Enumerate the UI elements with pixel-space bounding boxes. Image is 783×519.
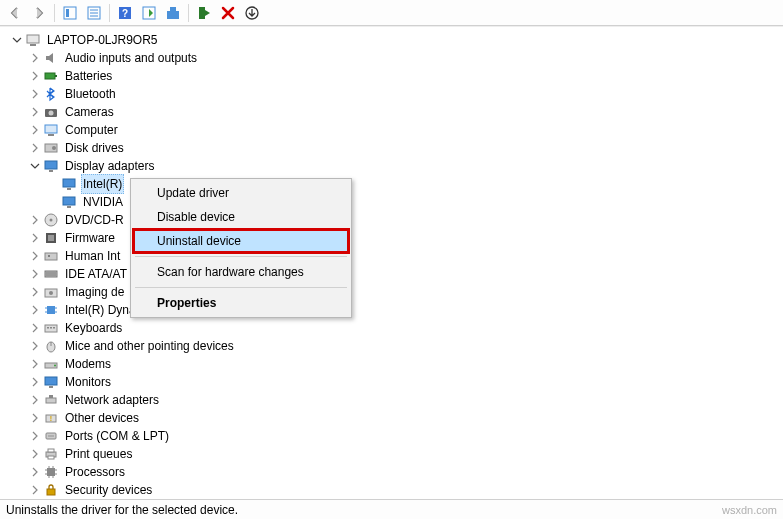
- tree-item-label: Disk drives: [63, 139, 126, 157]
- svg-point-18: [49, 111, 54, 116]
- chevron-down-icon[interactable]: [28, 159, 42, 173]
- tree-item-firmware[interactable]: Firmware: [6, 229, 783, 247]
- chevron-right-icon[interactable]: [28, 339, 42, 353]
- help-button[interactable]: ?: [114, 2, 136, 24]
- chevron-right-icon[interactable]: [28, 303, 42, 317]
- svg-rect-14: [30, 44, 36, 46]
- device-tree-pane[interactable]: LAPTOP-0LJR9OR5 Audio inputs and outputs…: [0, 26, 783, 499]
- enable-button[interactable]: [193, 2, 215, 24]
- chevron-right-icon[interactable]: [28, 483, 42, 497]
- update-button[interactable]: [241, 2, 263, 24]
- context-menu: Update driver Disable device Uninstall d…: [130, 178, 352, 318]
- chevron-right-icon[interactable]: [28, 321, 42, 335]
- chevron-right-icon[interactable]: [28, 375, 42, 389]
- chevron-right-icon[interactable]: [28, 447, 42, 461]
- svg-rect-33: [45, 253, 57, 260]
- chevron-right-icon[interactable]: [28, 123, 42, 137]
- tree-item-computer[interactable]: Computer: [6, 121, 783, 139]
- chevron-right-icon[interactable]: [28, 231, 42, 245]
- toolbar: ?: [0, 0, 783, 26]
- show-hidden-button[interactable]: [59, 2, 81, 24]
- svg-rect-65: [48, 456, 54, 459]
- tree-item-monitors[interactable]: Monitors: [6, 373, 783, 391]
- uninstall-button[interactable]: [217, 2, 239, 24]
- tree-item-mice[interactable]: Mice and other pointing devices: [6, 337, 783, 355]
- tree-item-display-adapters[interactable]: Display adapters: [6, 157, 783, 175]
- action-button[interactable]: [138, 2, 160, 24]
- chevron-right-icon[interactable]: [28, 87, 42, 101]
- tree-item-label: IDE ATA/AT: [63, 265, 129, 283]
- menu-disable-device[interactable]: Disable device: [133, 205, 349, 229]
- tree-item-label: Network adapters: [63, 391, 161, 409]
- chevron-right-icon[interactable]: [28, 429, 42, 443]
- menu-update-driver[interactable]: Update driver: [133, 181, 349, 205]
- tree-item-audio[interactable]: Audio inputs and outputs: [6, 49, 783, 67]
- svg-rect-28: [67, 206, 71, 208]
- camera-icon: [43, 104, 59, 120]
- svg-rect-54: [49, 386, 53, 388]
- chevron-down-icon[interactable]: [10, 33, 24, 47]
- tree-item-security[interactable]: Security devices: [6, 481, 783, 499]
- svg-point-62: [52, 435, 54, 437]
- toolbar-separator: [188, 4, 189, 22]
- properties-button[interactable]: [83, 2, 105, 24]
- tree-root[interactable]: LAPTOP-0LJR9OR5: [6, 31, 783, 49]
- chevron-right-icon[interactable]: [28, 411, 42, 425]
- svg-rect-47: [50, 327, 52, 329]
- spacer: [46, 177, 60, 191]
- menu-properties[interactable]: Properties: [133, 291, 349, 315]
- svg-rect-35: [45, 271, 57, 277]
- tree-item-dvd[interactable]: DVD/CD-R: [6, 211, 783, 229]
- chevron-right-icon[interactable]: [28, 267, 42, 281]
- tree-item-label: Mice and other pointing devices: [63, 337, 236, 355]
- computer-icon: [25, 32, 41, 48]
- chevron-right-icon[interactable]: [28, 105, 42, 119]
- svg-rect-13: [27, 35, 39, 43]
- chevron-right-icon[interactable]: [28, 465, 42, 479]
- tree-item-label: Other devices: [63, 409, 141, 427]
- forward-button[interactable]: [28, 2, 50, 24]
- tree-item-batteries[interactable]: Batteries: [6, 67, 783, 85]
- tree-item-processors[interactable]: Processors: [6, 463, 783, 481]
- tree-item-other[interactable]: ! Other devices: [6, 409, 783, 427]
- back-button[interactable]: [4, 2, 26, 24]
- tree-item-nvidia-display[interactable]: NVIDIA: [6, 193, 783, 211]
- display-icon: [61, 176, 77, 192]
- menu-uninstall-device[interactable]: Uninstall device: [133, 229, 349, 253]
- network-icon: [43, 392, 59, 408]
- chevron-right-icon[interactable]: [28, 249, 42, 263]
- tree-item-hid[interactable]: Human Int: [6, 247, 783, 265]
- keyboard-icon: [43, 320, 59, 336]
- svg-rect-10: [170, 7, 176, 11]
- chevron-right-icon[interactable]: [28, 51, 42, 65]
- chevron-right-icon[interactable]: [28, 213, 42, 227]
- tree-item-keyboards[interactable]: Keyboards: [6, 319, 783, 337]
- chevron-right-icon[interactable]: [28, 141, 42, 155]
- tree-item-label: Batteries: [63, 67, 114, 85]
- tree-item-bluetooth[interactable]: Bluetooth: [6, 85, 783, 103]
- tree-item-label: Processors: [63, 463, 127, 481]
- tree-item-intel-display[interactable]: Intel(R): [6, 175, 783, 193]
- svg-rect-16: [55, 75, 57, 77]
- tree-item-ports[interactable]: Ports (COM & LPT): [6, 427, 783, 445]
- speaker-icon: [43, 50, 59, 66]
- tree-item-cameras[interactable]: Cameras: [6, 103, 783, 121]
- tree-item-label: Display adapters: [63, 157, 156, 175]
- tree-item-ide[interactable]: IDE ATA/AT: [6, 265, 783, 283]
- tree-item-disk-drives[interactable]: Disk drives: [6, 139, 783, 157]
- scan-button[interactable]: [162, 2, 184, 24]
- tree-item-network[interactable]: Network adapters: [6, 391, 783, 409]
- tree-item-modems[interactable]: Modems: [6, 355, 783, 373]
- tree-item-imaging[interactable]: Imaging de: [6, 283, 783, 301]
- chevron-right-icon[interactable]: [28, 393, 42, 407]
- tree-item-label: Ports (COM & LPT): [63, 427, 171, 445]
- tree-item-print-queues[interactable]: Print queues: [6, 445, 783, 463]
- menu-scan-hardware[interactable]: Scan for hardware changes: [133, 260, 349, 284]
- svg-rect-53: [45, 377, 57, 385]
- svg-rect-24: [49, 170, 53, 172]
- chevron-right-icon[interactable]: [28, 285, 42, 299]
- tree-item-intel-platform[interactable]: Intel(R) Dynamic Platform and Thermal Fr…: [6, 301, 783, 319]
- chevron-right-icon[interactable]: [28, 69, 42, 83]
- tree-item-label: Security devices: [63, 481, 154, 499]
- chevron-right-icon[interactable]: [28, 357, 42, 371]
